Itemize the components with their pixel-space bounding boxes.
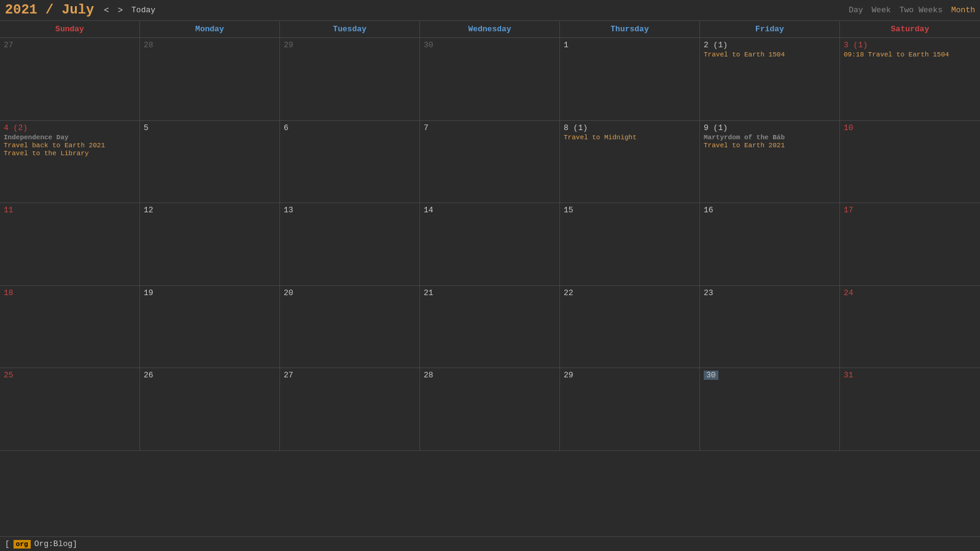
view-day[interactable]: Day <box>849 6 863 15</box>
calendar-cell[interactable]: 30 <box>700 368 840 451</box>
event-item[interactable]: Travel to the Library <box>4 150 136 157</box>
day-number: 7 <box>424 123 556 133</box>
calendar-cell[interactable]: 1 <box>560 38 700 121</box>
day-number: 31 <box>844 371 976 380</box>
day-number: 2 (1) <box>704 40 836 50</box>
day-number: 8 (1) <box>564 123 696 133</box>
calendar-cell[interactable]: 28 <box>420 368 560 451</box>
day-number: 5 <box>144 123 276 133</box>
calendar-cell[interactable]: 18 <box>0 286 140 369</box>
day-headers-row: Sunday Monday Tuesday Wednesday Thursday… <box>0 20 980 37</box>
calendar-cell[interactable]: 11 <box>0 203 140 286</box>
day-number: 26 <box>144 371 276 380</box>
event-item[interactable]: Travel to Earth 1504 <box>704 51 836 58</box>
event-item[interactable]: Travel back to Earth 2021 <box>4 142 136 149</box>
day-number: 4 (2) <box>4 123 136 133</box>
calendar-cell[interactable]: 17 <box>840 203 980 286</box>
day-number: 20 <box>284 288 416 298</box>
day-number: 16 <box>704 206 836 215</box>
today-button[interactable]: Today <box>131 6 155 15</box>
calendar-cell[interactable]: 23 <box>700 286 840 369</box>
day-number: 13 <box>284 206 416 215</box>
day-number: 29 <box>564 371 696 380</box>
day-number: 28 <box>424 371 556 380</box>
month-label: July <box>61 2 94 18</box>
day-number: 17 <box>844 206 976 215</box>
calendar-cell[interactable]: 29 <box>280 38 420 121</box>
day-number: 9 (1) <box>704 123 836 133</box>
calendar-cell[interactable]: 30 <box>420 38 560 121</box>
day-number: 30 <box>424 40 556 50</box>
calendar-cell[interactable]: 13 <box>280 203 420 286</box>
calendar-cell[interactable]: 27 <box>280 368 420 451</box>
day-number: 10 <box>844 123 976 133</box>
calendar-header: 2021 / July < > Today Day Week Two Weeks… <box>0 0 980 20</box>
day-number: 23 <box>704 288 836 298</box>
separator: / <box>45 2 61 18</box>
view-week[interactable]: Week <box>872 6 891 15</box>
day-number: 14 <box>424 206 556 215</box>
day-number: 11 <box>4 206 136 215</box>
day-number: 12 <box>144 206 276 215</box>
day-number: 18 <box>4 288 136 298</box>
header-saturday: Saturday <box>840 21 980 37</box>
event-item[interactable]: Independence Day <box>4 134 136 141</box>
calendar-cell[interactable]: 21 <box>420 286 560 369</box>
calendar-cell[interactable]: 7 <box>420 121 560 204</box>
calendar-cell[interactable]: 31 <box>840 368 980 451</box>
day-number: 25 <box>4 371 136 380</box>
calendar-cell[interactable]: 28 <box>140 38 280 121</box>
calendar-cell[interactable]: 19 <box>140 286 280 369</box>
calendar-cell[interactable]: 8 (1)Travel to Midnight <box>560 121 700 204</box>
calendar-cell[interactable]: 10 <box>840 121 980 204</box>
event-item[interactable]: Travel to Earth 2021 <box>704 142 836 149</box>
header-tuesday: Tuesday <box>280 21 420 37</box>
day-number: 15 <box>564 206 696 215</box>
day-number: 19 <box>144 288 276 298</box>
view-selector: Day Week Two Weeks Month <box>849 6 975 15</box>
day-number: 30 <box>704 371 718 380</box>
event-item[interactable]: Martyrdom of the Báb <box>704 134 836 141</box>
calendar-cell[interactable]: 12 <box>140 203 280 286</box>
calendar-cell[interactable]: 14 <box>420 203 560 286</box>
calendar-cell[interactable]: 25 <box>0 368 140 451</box>
header-friday: Friday <box>700 21 840 37</box>
day-number: 27 <box>4 40 136 50</box>
header-monday: Monday <box>140 21 280 37</box>
day-number: 24 <box>844 288 976 298</box>
calendar-cell[interactable]: 26 <box>140 368 280 451</box>
calendar-cell[interactable]: 29 <box>560 368 700 451</box>
calendar-cell[interactable]: 9 (1)Martyrdom of the BábTravel to Earth… <box>700 121 840 204</box>
calendar-cell[interactable]: 24 <box>840 286 980 369</box>
calendar-cell[interactable]: 3 (1)09:18 Travel to Earth 1504 <box>840 38 980 121</box>
calendar-cell[interactable]: 27 <box>0 38 140 121</box>
next-button[interactable]: > <box>115 6 125 15</box>
event-item[interactable]: Travel to Midnight <box>564 134 696 141</box>
header-sunday: Sunday <box>0 21 140 37</box>
day-number: 3 (1) <box>844 40 976 50</box>
footer-blog: Org:Blog] <box>34 539 77 549</box>
calendar-cell[interactable]: 4 (2)Independence DayTravel back to Eart… <box>0 121 140 204</box>
view-two-weeks[interactable]: Two Weeks <box>900 6 943 15</box>
footer: [ org Org:Blog] <box>0 536 980 551</box>
nav-controls: < > Today <box>101 6 155 15</box>
calendar-cell[interactable]: 20 <box>280 286 420 369</box>
calendar-cell[interactable]: 22 <box>560 286 700 369</box>
prev-button[interactable]: < <box>101 6 111 15</box>
calendar-cell[interactable]: 5 <box>140 121 280 204</box>
day-number: 21 <box>424 288 556 298</box>
calendar-cell[interactable]: 16 <box>700 203 840 286</box>
day-number: 28 <box>144 40 276 50</box>
day-number: 27 <box>284 371 416 380</box>
view-month[interactable]: Month <box>951 6 975 15</box>
calendar-cell[interactable]: 6 <box>280 121 420 204</box>
calendar-cell[interactable]: 15 <box>560 203 700 286</box>
day-number: 29 <box>284 40 416 50</box>
calendar-title: 2021 / July <box>5 2 94 18</box>
calendar-cell[interactable]: 2 (1)Travel to Earth 1504 <box>700 38 840 121</box>
calendar-grid: 2728293012 (1)Travel to Earth 15043 (1)0… <box>0 37 980 533</box>
event-item[interactable]: 09:18 Travel to Earth 1504 <box>844 51 976 58</box>
day-number: 1 <box>564 40 696 50</box>
footer-tag: org <box>14 540 31 549</box>
header-wednesday: Wednesday <box>420 21 560 37</box>
